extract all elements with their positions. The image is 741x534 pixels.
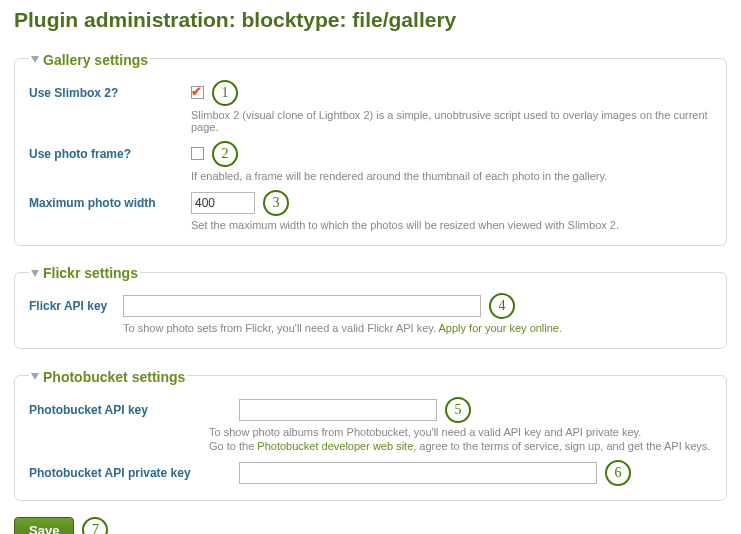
pb-help2-pre: Go to the xyxy=(209,440,257,452)
callout-5: 5 xyxy=(445,397,471,423)
callout-3: 3 xyxy=(263,190,289,216)
max-width-help: Set the maximum width to which the photo… xyxy=(191,219,712,231)
flickr-apikey-help: To show photo sets from Flickr, you'll n… xyxy=(123,322,712,334)
gallery-legend: Gallery settings xyxy=(29,50,150,68)
pb-help2-post: , agree to the terms of service, sign up… xyxy=(413,440,710,452)
save-button[interactable]: Save xyxy=(14,517,74,535)
page-title: Plugin administration: blocktype: file/g… xyxy=(14,8,727,32)
pb-apikey-help-2: Go to the Photobucket developer web site… xyxy=(209,440,712,452)
use-frame-checkbox[interactable] xyxy=(191,147,204,160)
callout-6: 6 xyxy=(605,460,631,486)
flickr-legend: Flickr settings xyxy=(29,264,140,282)
flickr-help-pre: To show photo sets from Flickr, you'll n… xyxy=(123,322,439,334)
use-slimbox-label: Use Slimbox 2? xyxy=(29,86,191,100)
pb-privkey-input[interactable] xyxy=(239,462,597,484)
use-frame-label: Use photo frame? xyxy=(29,147,191,161)
photobucket-legend-text: Photobucket settings xyxy=(43,369,185,385)
callout-7: 7 xyxy=(82,517,108,534)
callout-1: 1 xyxy=(212,80,238,106)
use-frame-help: If enabled, a frame will be rendered aro… xyxy=(191,170,712,182)
pb-privkey-label: Photobucket API private key xyxy=(29,466,209,480)
flickr-settings-fieldset: Flickr settings Flickr API key 4 To show… xyxy=(14,264,727,350)
chevron-down-icon xyxy=(31,373,39,380)
photobucket-settings-fieldset: Photobucket settings Photobucket API key… xyxy=(14,367,727,501)
use-slimbox-checkbox[interactable] xyxy=(191,86,204,99)
flickr-apikey-label: Flickr API key xyxy=(29,299,123,313)
chevron-down-icon xyxy=(31,270,39,277)
max-width-label: Maximum photo width xyxy=(29,196,191,210)
gallery-legend-text: Gallery settings xyxy=(43,52,148,68)
callout-4: 4 xyxy=(489,293,515,319)
pb-apikey-help-1: To show photo albums from Photobucket, y… xyxy=(209,426,712,438)
flickr-apikey-input[interactable] xyxy=(123,295,481,317)
pb-apikey-label: Photobucket API key xyxy=(29,403,209,417)
use-slimbox-help: Slimbox 2 (visual clone of Lightbox 2) i… xyxy=(191,109,712,133)
callout-2: 2 xyxy=(212,141,238,167)
pb-developer-link[interactable]: Photobucket developer web site xyxy=(257,440,413,452)
flickr-legend-text: Flickr settings xyxy=(43,265,138,281)
max-width-input[interactable] xyxy=(191,192,255,214)
chevron-down-icon xyxy=(31,56,39,63)
photobucket-legend: Photobucket settings xyxy=(29,367,187,385)
pb-apikey-input[interactable] xyxy=(239,399,437,421)
gallery-settings-fieldset: Gallery settings Use Slimbox 2? 1 Slimbo… xyxy=(14,50,727,246)
flickr-apply-link[interactable]: Apply for your key online xyxy=(439,322,559,334)
flickr-help-post: . xyxy=(559,322,562,334)
